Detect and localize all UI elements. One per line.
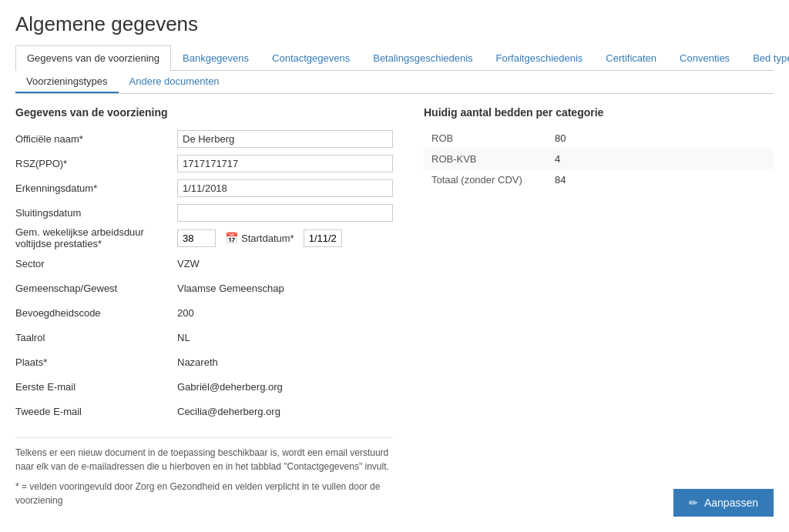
- main-tabs: Gegevens van de voorziening Bankgegevens…: [15, 45, 774, 71]
- label-sector: Sector: [15, 258, 177, 269]
- input-wrapper-sluitingsdatum: [177, 204, 393, 222]
- label-gemeenschap: Gemeenschap/Gewest: [15, 283, 177, 294]
- sub-tabs: Voorzieningstypes Andere documenten: [15, 71, 774, 94]
- right-section-title: Huidig aantal bedden per categorie: [424, 106, 774, 119]
- field-gemeenschap: Gemeenschap/Gewest Vlaamse Gemeenschap: [15, 277, 393, 299]
- left-panel: Gegevens van de voorziening Officiële na…: [15, 106, 393, 507]
- beds-category-rob: ROB: [424, 128, 547, 149]
- tab-bedtypes[interactable]: Bed types: [741, 45, 789, 70]
- label-erkenningsdatum: Erkenningsdatum*: [15, 182, 177, 194]
- beds-row-totaal: Totaal (zonder CDV) 84: [424, 169, 774, 190]
- field-plaats: Plaats* Nazareth: [15, 351, 393, 373]
- tab-conventies[interactable]: Conventies: [668, 45, 741, 70]
- input-wrapper-officiele-naam: [177, 130, 393, 148]
- label-rsz: RSZ(PPO)*: [15, 158, 177, 169]
- beds-count-rob: 80: [547, 128, 774, 149]
- tab-betalingsgeschiedenis[interactable]: Betalingsgeschiedenis: [361, 45, 484, 70]
- beds-category-totaal: Totaal (zonder CDV): [424, 169, 547, 190]
- value-sector: VZW: [177, 258, 393, 269]
- label-plaats: Plaats*: [15, 356, 177, 368]
- input-erkenningsdatum[interactable]: [177, 179, 393, 197]
- subtab-voorzieningstypes[interactable]: Voorzieningstypes: [15, 71, 119, 93]
- tab-forfaitgeschiedenis[interactable]: Forfaitgeschiedenis: [485, 45, 595, 70]
- value-plaats: Nazareth: [177, 356, 393, 368]
- input-startdatum[interactable]: [304, 229, 342, 247]
- value-email2: Cecilia@deherberg.org: [177, 406, 393, 417]
- label-email1: Eerste E-mail: [15, 381, 177, 393]
- input-officiele-naam[interactable]: [177, 130, 393, 148]
- arbeidsduur-inputs: 📅 Startdatum*: [177, 229, 342, 247]
- field-officiele-naam: Officiële naam*: [15, 128, 393, 149]
- tab-bankgegevens[interactable]: Bankgegevens: [171, 45, 260, 70]
- left-section-title: Gegevens van de voorziening: [15, 106, 393, 119]
- aanpassen-button[interactable]: ✏ Aanpassen: [673, 489, 774, 517]
- startdatum-label-group: 📅 Startdatum*: [225, 232, 294, 244]
- value-taalrol: NL: [177, 332, 393, 343]
- beds-row-robkvb: ROB-KVB 4: [424, 149, 774, 169]
- content-area: Gegevens van de voorziening Officiële na…: [15, 106, 774, 507]
- calendar-icon: 📅: [225, 232, 238, 244]
- beds-table: ROB 80 ROB-KVB 4 Totaal (zonder CDV) 84: [424, 128, 774, 190]
- input-rsz[interactable]: [177, 155, 393, 172]
- beds-count-totaal: 84: [547, 169, 774, 190]
- label-taalrol: Taalrol: [15, 332, 177, 343]
- tab-gegevens[interactable]: Gegevens van de voorziening: [15, 45, 171, 71]
- footer-notes: Telkens er een nieuw document in de toep…: [15, 437, 393, 507]
- tab-certificaten[interactable]: Certificaten: [594, 45, 668, 70]
- page-title: Algemene gegevens: [15, 12, 774, 36]
- input-wrapper-erkenningsdatum: [177, 179, 393, 197]
- label-officiele-naam: Officiële naam*: [15, 133, 177, 145]
- value-gemeenschap: Vlaamse Gemeenschap: [177, 283, 393, 294]
- label-email2: Tweede E-mail: [15, 406, 177, 417]
- footer-note-2: * = velden vooringevuld door Zorg en Gez…: [15, 480, 393, 507]
- field-erkenningsdatum: Erkenningsdatum*: [15, 177, 393, 199]
- value-bevoegdheidscode: 200: [177, 307, 393, 319]
- subtab-andere[interactable]: Andere documenten: [119, 71, 230, 93]
- value-email1: Gabriël@deherberg.org: [177, 381, 393, 393]
- input-arbeidsduur[interactable]: [177, 229, 216, 247]
- aanpassen-label: Aanpassen: [704, 497, 758, 509]
- field-sector: Sector VZW: [15, 253, 393, 274]
- field-bevoegdheidscode: Bevoegdheidscode 200: [15, 302, 393, 323]
- startdatum-label-text: Startdatum*: [241, 233, 294, 244]
- field-email2: Tweede E-mail Cecilia@deherberg.org: [15, 400, 393, 422]
- beds-row-rob: ROB 80: [424, 128, 774, 149]
- label-bevoegdheidscode: Bevoegdheidscode: [15, 307, 177, 319]
- beds-count-robkvb: 4: [547, 149, 774, 169]
- input-wrapper-rsz: [177, 155, 393, 172]
- pencil-icon: ✏: [689, 497, 698, 509]
- field-arbeidsduur: Gem. wekelijkse arbeidsduur voltijdse pr…: [15, 226, 393, 249]
- right-panel: Huidig aantal bedden per categorie ROB 8…: [424, 106, 774, 507]
- input-sluitingsdatum[interactable]: [177, 204, 393, 222]
- field-email1: Eerste E-mail Gabriël@deherberg.org: [15, 376, 393, 397]
- field-sluitingsdatum: Sluitingsdatum: [15, 202, 393, 223]
- label-arbeidsduur: Gem. wekelijkse arbeidsduur voltijdse pr…: [15, 226, 177, 249]
- field-rsz: RSZ(PPO)*: [15, 152, 393, 174]
- label-sluitingsdatum: Sluitingsdatum: [15, 207, 177, 219]
- footer-note-1: Telkens er een nieuw document in de toep…: [15, 446, 393, 473]
- beds-category-robkvb: ROB-KVB: [424, 149, 547, 169]
- tab-contactgegevens[interactable]: Contactgegevens: [260, 45, 361, 70]
- field-taalrol: Taalrol NL: [15, 326, 393, 348]
